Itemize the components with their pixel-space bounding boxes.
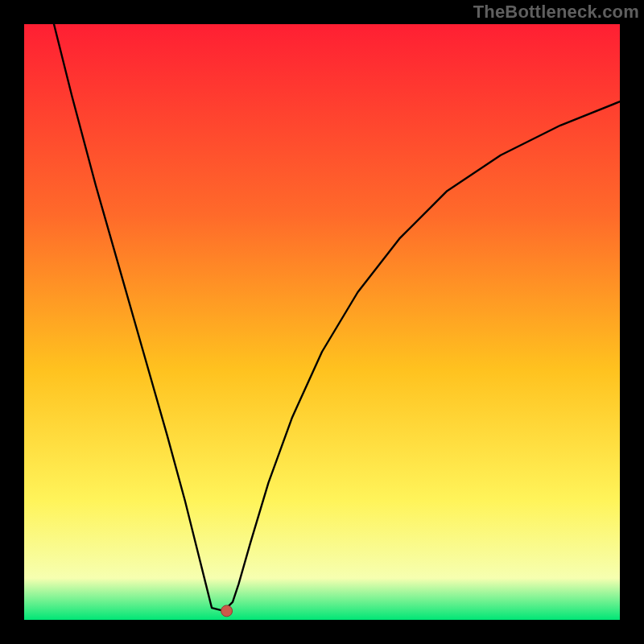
chart-root: TheBottleneck.com xyxy=(0,0,644,644)
plot-area xyxy=(24,24,620,620)
gradient-background xyxy=(24,24,620,620)
marker-dot xyxy=(221,605,233,617)
attribution-text: TheBottleneck.com xyxy=(473,2,639,23)
chart-svg xyxy=(24,24,620,620)
